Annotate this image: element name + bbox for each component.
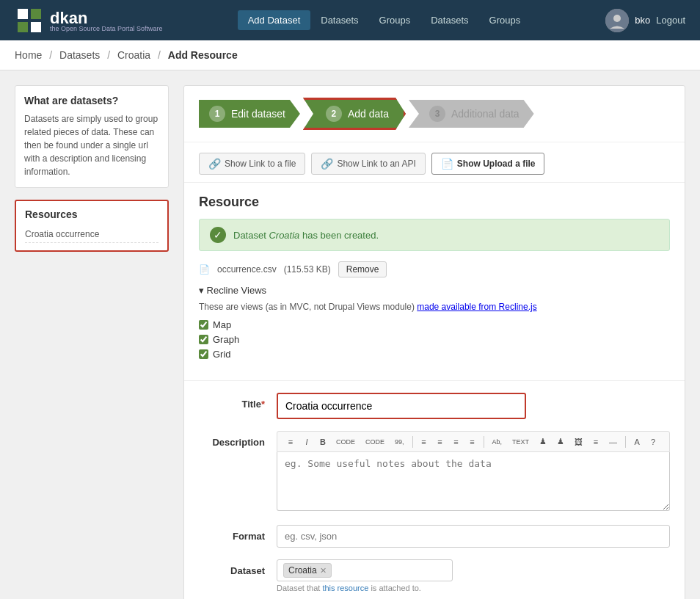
success-text-before: Dataset xyxy=(233,230,269,241)
toolbar-image-btn[interactable]: 🖼 xyxy=(570,435,587,449)
recline-toggle[interactable]: ▾ Recline Views xyxy=(199,285,670,296)
breadcrumb-croatia[interactable]: Croatia xyxy=(117,49,150,61)
breadcrumb-sep-2: / xyxy=(107,49,110,61)
logo-subtitle: the Open Source Data Portal Software xyxy=(50,25,163,32)
toolbar-list2-btn[interactable]: ≡ xyxy=(433,435,448,449)
toolbar-italic-btn[interactable]: I xyxy=(299,435,314,449)
this-resource-link[interactable]: this resource xyxy=(322,584,368,592)
format-label: Format xyxy=(199,525,265,542)
show-link-to-api-label: Show Link to an API xyxy=(337,159,415,169)
show-upload-file-button[interactable]: 📄 Show Upload a file xyxy=(431,153,545,175)
description-label: Description xyxy=(199,431,265,448)
remove-file-button[interactable]: Remove xyxy=(338,261,387,277)
nav-groups-2[interactable]: Groups xyxy=(479,10,531,30)
graph-checkbox[interactable] xyxy=(199,335,208,344)
file-icon: 📄 xyxy=(199,264,210,275)
grid-checkbox[interactable] xyxy=(199,349,208,359)
format-input[interactable] xyxy=(277,525,670,548)
header-user: bko Logout xyxy=(605,9,685,32)
description-field: ≡ I B CODE CODE 99, ≡ ≡ ≡ ≡ Ab, TEXT xyxy=(277,431,670,513)
dataset-tag-remove[interactable]: ✕ xyxy=(320,566,327,576)
file-size: (115.53 KB) xyxy=(284,264,331,275)
success-text: Dataset Croatia has been created. xyxy=(233,230,379,241)
dataset-tag: Croatia ✕ xyxy=(283,563,332,578)
nav-add-dataset[interactable]: Add Dataset xyxy=(238,10,311,30)
title-label: Title* xyxy=(199,393,265,410)
recline-toggle-label: ▾ Recline Views xyxy=(199,285,266,296)
success-text-after: has been created. xyxy=(299,230,379,241)
recline-desc-link[interactable]: made available from Recline.js xyxy=(417,302,536,312)
logo-icon xyxy=(15,6,44,35)
toolbar-99-btn[interactable]: 99, xyxy=(390,436,409,448)
svg-rect-1 xyxy=(18,9,28,19)
main-layout: What are datasets? Datasets are simply u… xyxy=(0,70,700,599)
wizard-steps: 1 Edit dataset 2 Add data 3 Additional d… xyxy=(184,86,685,142)
map-checkbox[interactable] xyxy=(199,320,208,330)
toolbar-list1-btn[interactable]: ≡ xyxy=(417,435,431,449)
nav-groups-1[interactable]: Groups xyxy=(369,10,421,30)
file-name: occurrence.csv xyxy=(217,264,277,275)
upload-icon: 📄 xyxy=(441,158,453,170)
breadcrumb: Home / Datasets / Croatia / Add Resource xyxy=(0,40,700,70)
header: dkan the Open Source Data Portal Softwar… xyxy=(0,0,700,40)
show-link-to-file-button[interactable]: 🔗 Show Link to a file xyxy=(199,153,305,175)
title-input[interactable] xyxy=(278,394,525,418)
breadcrumb-current: Add Resource xyxy=(168,49,238,61)
toolbar-list4-btn[interactable]: ≡ xyxy=(465,435,480,449)
recline-graph-row: Graph xyxy=(199,334,670,345)
nav-datasets-1[interactable]: Datasets xyxy=(310,10,368,30)
format-field xyxy=(277,525,670,548)
sidebar: What are datasets? Datasets are simply u… xyxy=(15,85,169,599)
success-italics: Croatia xyxy=(269,230,299,241)
form-section: Title* Description ≡ I B CODE xyxy=(184,380,685,599)
nav-datasets-2[interactable]: Datasets xyxy=(420,10,478,30)
toolbar-hr-btn[interactable]: — xyxy=(605,435,621,449)
toolbar-bold-btn[interactable]: B xyxy=(316,435,330,449)
graph-label: Graph xyxy=(213,334,239,345)
toolbar-font-btn[interactable]: A xyxy=(630,435,644,449)
toolbar-help-btn[interactable]: ? xyxy=(646,435,660,449)
link-api-icon: 🔗 xyxy=(321,158,333,170)
svg-rect-4 xyxy=(31,22,41,32)
toolbar-align-btn[interactable]: ≡ xyxy=(283,435,298,449)
svg-point-6 xyxy=(613,15,621,22)
toolbar-ab-btn[interactable]: Ab, xyxy=(488,436,507,448)
toolbar-link1-btn[interactable]: ♟ xyxy=(535,435,551,449)
show-upload-file-label: Show Upload a file xyxy=(457,159,536,169)
header-nav: Add Dataset Datasets Groups Datasets Gro… xyxy=(238,10,531,30)
link-file-icon: 🔗 xyxy=(208,158,221,170)
upload-buttons-row: 🔗 Show Link to a file 🔗 Show Link to an … xyxy=(184,142,685,183)
success-icon: ✓ xyxy=(210,227,226,243)
step-2-label: Add data xyxy=(348,108,389,120)
grid-label: Grid xyxy=(213,349,231,360)
step-1-number: 1 xyxy=(209,106,225,122)
logout-link[interactable]: Logout xyxy=(656,15,685,26)
breadcrumb-datasets[interactable]: Datasets xyxy=(59,49,100,61)
description-textarea[interactable] xyxy=(277,452,670,511)
wizard-step-2[interactable]: 2 Add data xyxy=(303,98,406,130)
dataset-field: Croatia ✕ Dataset that this resource is … xyxy=(277,559,670,592)
breadcrumb-home[interactable]: Home xyxy=(15,49,42,61)
toolbar-code-btn[interactable]: CODE xyxy=(332,436,360,448)
toolbar-text-btn[interactable]: TEXT xyxy=(508,436,533,448)
sidebar-info-text: Datasets are simply used to group relate… xyxy=(24,112,159,178)
dataset-tag-label: Croatia xyxy=(288,565,317,576)
wizard-step-1[interactable]: 1 Edit dataset xyxy=(199,100,300,128)
toolbar-link2-btn[interactable]: ♟ xyxy=(553,435,569,449)
sidebar-info-box: What are datasets? Datasets are simply u… xyxy=(15,85,169,188)
wizard-step-3[interactable]: 3 Additional data xyxy=(409,100,534,128)
map-label: Map xyxy=(213,319,231,330)
show-link-to-api-button[interactable]: 🔗 Show Link to an API xyxy=(311,153,425,175)
logo: dkan the Open Source Data Portal Softwar… xyxy=(15,6,163,35)
recline-desc-before: These are views (as in MVC, not Drupal V… xyxy=(199,302,417,312)
description-row: Description ≡ I B CODE CODE 99, ≡ ≡ ≡ ≡ xyxy=(199,431,670,513)
breadcrumb-sep-3: / xyxy=(158,49,161,61)
toolbar-list3-btn[interactable]: ≡ xyxy=(449,435,464,449)
content-area: 1 Edit dataset 2 Add data 3 Additional d… xyxy=(183,85,685,599)
toolbar-sep-3 xyxy=(625,436,626,448)
recline-map-row: Map xyxy=(199,319,670,330)
toolbar-code2-btn[interactable]: CODE xyxy=(361,436,389,448)
toolbar-align2-btn[interactable]: ≡ xyxy=(588,435,603,449)
svg-rect-3 xyxy=(18,22,28,32)
title-field xyxy=(277,393,670,419)
